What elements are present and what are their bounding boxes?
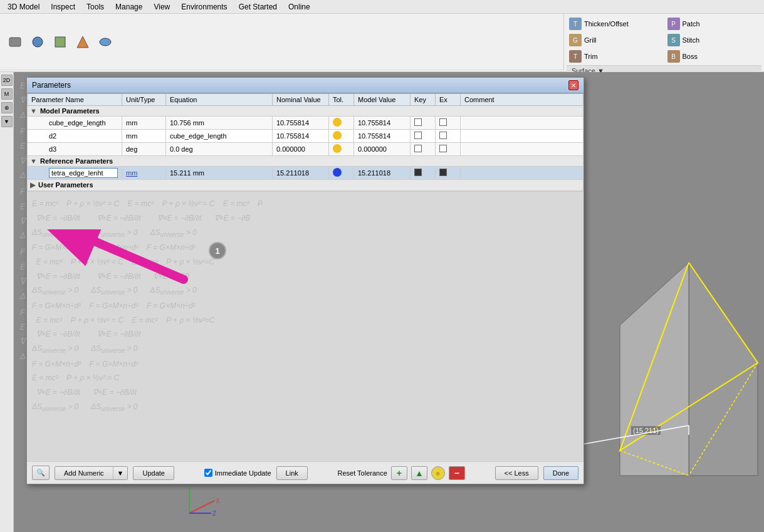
main-viewport: E = mc² P + ρ × ½v² = C E = mc² P + ρ × …: [14, 72, 764, 532]
key-checkbox[interactable]: [414, 169, 422, 176]
sidebar-btn-4[interactable]: ▼: [1, 116, 13, 127]
param-unit-link[interactable]: mm: [126, 169, 137, 177]
less-button[interactable]: << Less: [495, 466, 538, 480]
menu-tools[interactable]: Tools: [81, 1, 109, 13]
svg-marker-3: [77, 36, 88, 48]
key-checkbox[interactable]: [414, 118, 422, 126]
export-checkbox[interactable]: [439, 145, 447, 152]
menu-inspect[interactable]: Inspect: [46, 1, 80, 13]
toolbar-icon-5: [98, 34, 113, 50]
svg-line-9: [189, 501, 214, 513]
tol-minus-button[interactable]: −: [449, 466, 465, 480]
menu-manage[interactable]: Manage: [110, 1, 147, 13]
bg-formulas-text: E = mc² P + ρ × ½v² = C E = mc² P + ρ × …: [27, 192, 583, 461]
col-header-ex: Ex: [436, 94, 461, 106]
toolbar-btn-1[interactable]: [5, 33, 25, 51]
thicken-offset-btn[interactable]: T Thicken/Offset: [567, 16, 664, 31]
param-tol-cell: [329, 167, 354, 180]
param-comment-cell[interactable]: [461, 117, 583, 130]
expand-arrow-user[interactable]: ▶: [30, 181, 35, 189]
export-checkbox[interactable]: [439, 132, 447, 139]
key-checkbox[interactable]: [414, 132, 422, 139]
dimension-line: [576, 419, 701, 469]
model-params-header-row: ▼ Model Parameters: [28, 106, 583, 117]
update-button[interactable]: Update: [133, 466, 174, 480]
toolbar-icon-4: [75, 34, 90, 50]
sidebar-btn-3[interactable]: ⊕: [1, 102, 13, 113]
expand-arrow-model[interactable]: ▼: [30, 107, 37, 115]
param-equation-cell[interactable]: 15.211 mm: [166, 167, 273, 180]
add-numeric-button[interactable]: Add Numeric: [55, 467, 113, 479]
toolbar-btn-5[interactable]: [95, 33, 115, 51]
thicken-offset-icon: T: [569, 18, 582, 30]
svg-point-4: [100, 38, 111, 46]
annotation-arrow: [46, 229, 202, 292]
param-model-val-cell: 15.211018: [354, 167, 411, 180]
model-params-label: ▼ Model Parameters: [28, 106, 583, 117]
tol-circle-button[interactable]: ●: [431, 466, 445, 480]
param-unit-cell: mm: [122, 167, 166, 180]
export-checkbox[interactable]: [439, 169, 447, 176]
col-header-key: Key: [411, 94, 436, 106]
menu-get-started[interactable]: Get Started: [234, 1, 282, 13]
param-tol-cell: [329, 143, 354, 156]
stitch-btn[interactable]: S Stitch: [665, 33, 762, 48]
user-params-label: ▶ User Parameters: [28, 180, 583, 191]
menu-view[interactable]: View: [149, 1, 175, 13]
param-nominal-cell: 10.755814: [273, 130, 329, 143]
add-numeric-dropdown[interactable]: ▼: [113, 467, 128, 479]
param-comment-cell[interactable]: [461, 130, 583, 143]
key-checkbox[interactable]: [414, 145, 422, 152]
tol-triangle-button[interactable]: ▲: [411, 466, 427, 480]
toolbar-btn-4[interactable]: [73, 33, 93, 51]
export-checkbox[interactable]: [439, 118, 447, 126]
param-name-label: d3: [31, 145, 56, 153]
immediate-update-checkbox[interactable]: [204, 469, 212, 477]
boss-icon: B: [667, 50, 680, 63]
table-row: mm 15.211 mm 15.211018 15.211018: [28, 167, 583, 180]
param-key-cell: [411, 143, 436, 156]
toolbar-btn-3[interactable]: [50, 33, 70, 51]
sidebar-btn-2[interactable]: M: [1, 88, 13, 100]
menu-environments[interactable]: Environments: [176, 1, 232, 13]
col-header-name: Parameter Name: [28, 94, 122, 106]
trim-icon: T: [569, 50, 582, 63]
col-header-unit: Unit/Type: [122, 94, 166, 106]
filter-button[interactable]: 🔍: [32, 466, 50, 480]
menu-3d-model[interactable]: 3D Model: [3, 1, 44, 13]
param-equation-cell[interactable]: 10.756 mm: [166, 117, 273, 130]
patch-btn[interactable]: P Patch: [665, 16, 762, 31]
param-equation-cell[interactable]: cube_edge_length: [166, 130, 273, 143]
tol-dot: [333, 131, 342, 140]
right-toolbar-panel: T Thicken/Offset P Patch G Grill S Stitc…: [563, 14, 764, 70]
immediate-update-container: Immediate Update: [204, 469, 271, 477]
dialog-title: Parameters: [32, 81, 71, 90]
params-table-container: Parameter Name Unit/Type Equation Nomina…: [27, 93, 583, 192]
dialog-close-button[interactable]: ✕: [568, 80, 578, 90]
menu-online[interactable]: Online: [283, 1, 315, 13]
boss-btn[interactable]: B Boss: [665, 49, 762, 64]
param-comment-cell[interactable]: [461, 143, 583, 156]
filter-icon: 🔍: [36, 469, 45, 476]
param-comment-cell[interactable]: [461, 167, 583, 180]
toolbar-btn-2[interactable]: [28, 33, 48, 51]
parameters-dialog: Parameters ✕ Parameter Name Unit/Type Eq…: [26, 77, 584, 484]
param-export-cell: [436, 167, 461, 180]
param-export-cell: [436, 130, 461, 143]
grill-btn[interactable]: G Grill: [567, 33, 664, 48]
sidebar-btn-1[interactable]: 2D: [1, 75, 13, 86]
param-equation-cell[interactable]: 0.0 deg: [166, 143, 273, 156]
link-button[interactable]: Link: [276, 466, 308, 480]
param-name-input[interactable]: [49, 168, 118, 178]
ref-params-header-row: ▼ Reference Parameters: [28, 156, 583, 167]
param-tol-cell: [329, 117, 354, 130]
svg-rect-2: [55, 37, 65, 47]
stitch-icon: S: [667, 34, 680, 46]
param-tol-cell: [329, 130, 354, 143]
param-name-label: cube_edge_length: [31, 119, 106, 127]
done-button[interactable]: Done: [543, 466, 578, 480]
tol-dot: [333, 168, 342, 177]
expand-arrow-ref[interactable]: ▼: [30, 157, 37, 165]
trim-btn[interactable]: T Trim: [567, 49, 664, 64]
tol-plus-button[interactable]: +: [391, 466, 407, 480]
